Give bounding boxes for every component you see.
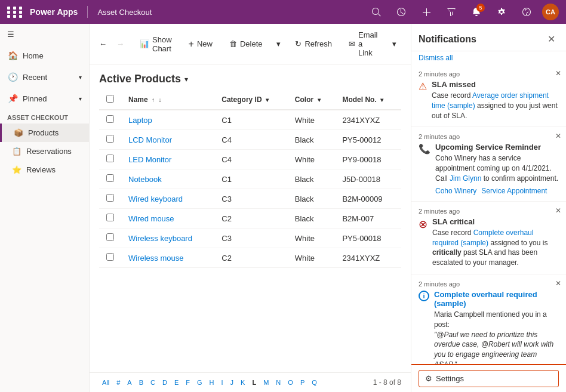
settings-button[interactable]: ⚙ Settings (419, 370, 559, 387)
sla-case-link[interactable]: Average order shipment time (sample) (432, 91, 549, 110)
new-button[interactable]: + New (183, 36, 219, 53)
search-icon[interactable] (367, 2, 386, 21)
coho-winery-link[interactable]: Coho Winery (435, 187, 476, 195)
notif-close-4[interactable]: ✕ (555, 279, 561, 288)
alpha-btn-j[interactable]: J (227, 378, 237, 387)
row-checkbox[interactable] (99, 229, 121, 248)
row-checkbox-input[interactable] (106, 155, 114, 162)
alpha-btn-q[interactable]: Q (309, 378, 320, 387)
alpha-btn-e[interactable]: E (171, 378, 182, 387)
sidebar-collapse[interactable]: ☰ (0, 24, 89, 45)
sidebar-item-reservations[interactable]: 📋 Reservations (0, 142, 89, 160)
row-checkbox-input[interactable] (106, 194, 114, 202)
bell-icon[interactable]: 5 (467, 2, 486, 21)
service-appointment-link[interactable]: Service Appointment (481, 187, 547, 195)
email-chevron[interactable]: ▾ (389, 36, 400, 51)
row-checkbox-input[interactable] (106, 253, 114, 261)
product-link[interactable]: Wireless mouse (128, 254, 183, 263)
product-link[interactable]: Notebook (128, 175, 162, 184)
row-checkbox-input[interactable] (106, 174, 114, 182)
sidebar-item-recent[interactable]: 🕐 Recent ▾ (0, 66, 89, 88)
title-chevron-icon[interactable]: ▾ (184, 75, 188, 84)
product-link[interactable]: LCD Monitor (128, 135, 172, 144)
row-checkbox-input[interactable] (106, 233, 114, 241)
alpha-btn-a[interactable]: A (124, 378, 134, 387)
alpha-btn-c[interactable]: C (147, 378, 158, 387)
refresh-label: Refresh (304, 39, 332, 48)
app-grid-icon[interactable] (7, 7, 24, 18)
notif-close-button[interactable]: ✕ (544, 32, 559, 46)
col-category[interactable]: Category ID ▾ (214, 90, 288, 110)
add-icon[interactable] (417, 2, 436, 21)
chevron-down-icon: ▾ (79, 74, 82, 81)
filter-icon[interactable] (442, 2, 461, 21)
show-chart-button[interactable]: 📊 Show Chart (134, 32, 178, 56)
row-checkbox[interactable] (99, 150, 121, 169)
select-all-checkbox[interactable] (99, 90, 121, 110)
col-name[interactable]: Name ↑ ↓ (121, 90, 214, 110)
alpha-btn-#[interactable]: # (113, 378, 123, 387)
row-checkbox[interactable] (99, 110, 121, 130)
product-link[interactable]: Laptop (128, 116, 152, 125)
email-link-button[interactable]: ✉ Email a Link (343, 27, 384, 60)
row-checkbox[interactable] (99, 248, 121, 268)
alpha-btn-l[interactable]: L (249, 378, 259, 387)
notif-close-2[interactable]: ✕ (555, 132, 561, 140)
sidebar-reviews-label: Reviews (26, 165, 56, 174)
timer-icon[interactable] (392, 2, 411, 21)
jim-glynn-link[interactable]: Jim Glynn (450, 174, 481, 183)
avatar[interactable]: CA (542, 4, 559, 20)
row-checkbox[interactable] (99, 130, 121, 150)
dismiss-all-button[interactable]: Dismiss all (411, 51, 566, 64)
alpha-btn-n[interactable]: N (273, 378, 284, 387)
row-checkbox[interactable] (99, 169, 121, 189)
settings-gear-icon: ⚙ (425, 374, 432, 383)
row-checkbox-input[interactable] (106, 135, 114, 143)
checkbox-all[interactable] (106, 95, 114, 103)
row-checkbox-input[interactable] (106, 214, 114, 221)
row-category: C3 (214, 189, 288, 209)
alpha-btn-h[interactable]: H (207, 378, 217, 387)
product-link[interactable]: LED Monitor (128, 155, 171, 164)
row-checkbox[interactable] (99, 189, 121, 209)
back-button[interactable]: ← (94, 36, 112, 51)
table-row: LCD Monitor C4 Black PY5-00012 (99, 130, 401, 150)
overhaul-link-1[interactable]: Complete overhaul required (sample) (432, 229, 533, 247)
notif-close-1[interactable]: ✕ (555, 69, 561, 78)
sidebar-item-home[interactable]: 🏠 Home (0, 45, 89, 66)
refresh-button[interactable]: ↻ Refresh (289, 36, 338, 51)
notif-close-3[interactable]: ✕ (555, 206, 561, 215)
gear-icon[interactable] (492, 2, 511, 21)
pagination-bar: All#ABCDEFGHIJKLMNOPQ 1 - 8 of 8 (90, 372, 411, 392)
help-icon[interactable] (517, 2, 536, 21)
product-link[interactable]: Wireless keyboard (128, 234, 192, 243)
notif-body-4: Maria Campbell mentioned you in a post: … (434, 310, 559, 364)
row-name: Wired keyboard (121, 189, 214, 209)
alpha-btn-p[interactable]: P (297, 378, 307, 387)
sidebar-item-reviews[interactable]: ⭐ Reviews (0, 160, 89, 179)
more-button[interactable]: ▾ (273, 36, 284, 51)
alpha-btn-m[interactable]: M (260, 378, 272, 387)
product-link[interactable]: Wired mouse (128, 214, 174, 223)
col-model[interactable]: Model No. ▾ (335, 90, 401, 110)
alpha-btn-g[interactable]: G (194, 378, 205, 387)
delete-button[interactable]: 🗑 Delete (223, 36, 269, 51)
table-row: Wired keyboard C3 Black B2M-00009 (99, 189, 401, 209)
email-link-label: Email a Link (358, 30, 378, 57)
flow-button[interactable]: ⚡ Flow (405, 36, 411, 51)
alpha-btn-k[interactable]: K (238, 378, 248, 387)
product-link[interactable]: Wired keyboard (128, 195, 183, 203)
notif-name-4[interactable]: Complete overhaul required (sample) (434, 290, 559, 308)
col-color[interactable]: Color ▾ (288, 90, 336, 110)
alpha-btn-b[interactable]: B (136, 378, 146, 387)
sidebar-item-products[interactable]: 📦 Products (0, 124, 89, 142)
forward-button[interactable]: → (112, 36, 129, 51)
alpha-btn-f[interactable]: F (183, 378, 193, 387)
row-checkbox[interactable] (99, 209, 121, 229)
sidebar-item-pinned[interactable]: 📌 Pinned ▾ (0, 88, 89, 109)
alpha-btn-o[interactable]: O (285, 378, 296, 387)
alpha-btn-d[interactable]: D (159, 378, 170, 387)
row-checkbox-input[interactable] (106, 115, 114, 123)
alpha-btn-all[interactable]: All (99, 378, 112, 387)
alpha-btn-i[interactable]: I (219, 378, 226, 387)
